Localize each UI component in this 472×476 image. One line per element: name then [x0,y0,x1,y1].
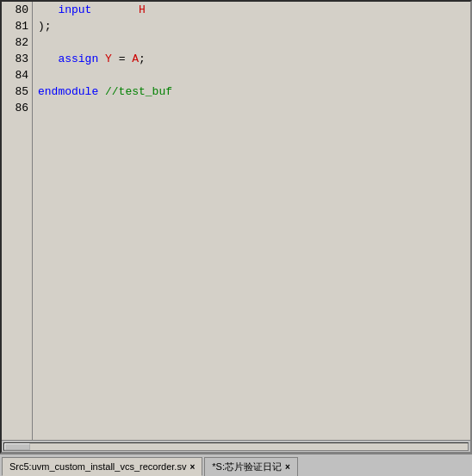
code-token: ; [139,51,146,67]
code-line [38,165,470,182]
tab-label: *S:芯片验证日记 [212,461,282,473]
line-number: 81 [5,18,28,34]
code-line [38,214,470,231]
line-number [5,214,28,231]
code-line [38,198,470,214]
code-line [38,133,470,149]
line-number: 85 [5,83,28,100]
tab-tab2[interactable]: *S:芯片验证日记× [204,457,298,476]
scrollbar-thumb[interactable] [4,443,30,450]
code-token: input [38,2,91,18]
code-token: assign [38,51,105,67]
tab-close-button[interactable]: × [189,462,195,472]
code-line [38,296,470,312]
code-token: = [112,51,132,67]
code-line [38,280,470,296]
tab-close-button[interactable]: × [285,462,290,472]
line-number: 84 [5,67,28,83]
code-line [38,247,470,263]
code-line: assign Y = A; [38,51,470,67]
horizontal-scrollbar[interactable] [2,440,470,452]
line-number [5,296,28,312]
code-line: ); [38,18,470,34]
line-number [5,165,28,182]
code-line [38,100,470,116]
tab-bar: Src5:uvm_custom_install_vcs_recorder.sv×… [0,454,472,476]
line-numbers: 80818283848586 [2,2,33,440]
code-line [38,231,470,247]
code-line [38,329,470,345]
code-line [38,34,470,51]
line-number [5,280,28,296]
line-number [5,247,28,263]
line-number [5,182,28,198]
editor-container: 80818283848586 input H); assign Y = A;en… [0,0,472,476]
code-line [38,116,470,133]
code-line [38,67,470,83]
line-number: 82 [5,34,28,51]
line-number [5,231,28,247]
line-number [5,149,28,165]
line-number [5,116,28,133]
code-token: //test_buf [105,83,172,100]
line-number: 80 [5,2,28,18]
tab-tab1[interactable]: Src5:uvm_custom_install_vcs_recorder.sv× [2,457,202,476]
code-token: A [132,51,139,67]
code-line: endmodule //test_buf [38,83,470,100]
line-number: 83 [5,51,28,67]
code-line [38,182,470,198]
code-token: H [91,2,145,18]
code-token: Y [105,51,112,67]
line-number [5,133,28,149]
code-token: endmodule [38,83,105,100]
code-lines[interactable]: input H); assign Y = A;endmodule //test_… [33,2,470,440]
tab-label: Src5:uvm_custom_install_vcs_recorder.sv [9,461,186,472]
code-line [38,149,470,165]
line-number [5,329,28,345]
code-line [38,312,470,329]
code-content: 80818283848586 input H); assign Y = A;en… [2,2,470,440]
code-line [38,263,470,280]
line-number [5,263,28,280]
code-token: ); [38,18,52,34]
code-area: 80818283848586 input H); assign Y = A;en… [0,0,472,454]
line-number [5,198,28,214]
code-line: input H [38,2,470,18]
scrollbar-track[interactable] [3,442,469,451]
line-number: 86 [5,100,28,116]
line-number [5,312,28,329]
